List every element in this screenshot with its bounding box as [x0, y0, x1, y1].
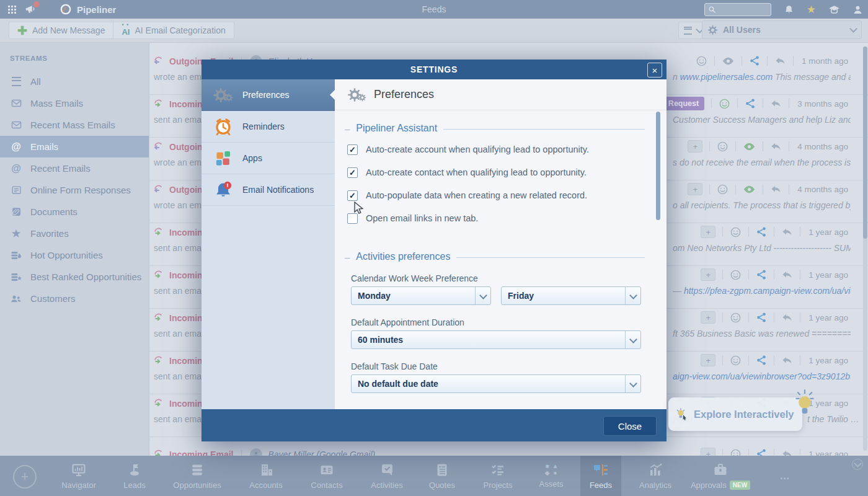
search-input[interactable] — [704, 3, 771, 16]
add-new-message-button[interactable]: ✚ Add New Message — [9, 22, 113, 38]
nav-more[interactable]: … — [756, 456, 815, 496]
work-week-end-select[interactable]: Friday — [501, 286, 641, 305]
tab-preferences[interactable]: Preferences — [202, 79, 335, 111]
sidebar-item-online-form-responses[interactable]: Online Form Responses — [0, 179, 149, 201]
nav-analytics[interactable]: Analytics — [626, 456, 685, 496]
reaction-smiley-icon[interactable] — [719, 98, 730, 110]
share-icon[interactable] — [756, 355, 767, 366]
sidebar-item-emails[interactable]: @Emails — [0, 136, 149, 157]
list-view-icon — [684, 27, 692, 35]
seen-eye-icon[interactable] — [743, 140, 756, 153]
sidebar-item-documents[interactable]: Documents — [0, 201, 149, 223]
reply-icon[interactable] — [781, 269, 793, 281]
sidebar-item-all[interactable]: All — [0, 71, 149, 92]
seen-eye-icon[interactable] — [722, 55, 735, 68]
share-icon[interactable] — [756, 226, 767, 237]
snippet-link[interactable]: www.pipelinersales.com — [680, 72, 773, 82]
sidebar-item-favorites[interactable]: ★Favorites — [0, 223, 149, 244]
nav-contacts[interactable]: Contacts — [297, 456, 356, 496]
chevron-down-icon — [475, 287, 490, 304]
nav-quotes[interactable]: Quotes — [412, 456, 472, 496]
nav-assets[interactable]: ■▲◆●Assets — [521, 456, 581, 496]
explore-interactively-label: Explore Interactively — [694, 409, 794, 420]
notifications-bell-icon[interactable] — [784, 4, 794, 15]
reply-icon[interactable] — [770, 98, 782, 110]
learning-cap-icon[interactable] — [828, 4, 840, 16]
close-button[interactable]: Close — [603, 416, 657, 436]
reaction-smiley-icon[interactable] — [717, 184, 728, 195]
add-reaction-button[interactable]: + — [701, 354, 715, 366]
nav-activities[interactable]: Activities — [357, 456, 417, 496]
checkbox-auto-populate-data[interactable]: ✓ Auto-populate data when creating a new… — [347, 189, 587, 202]
app-logo[interactable]: Pipeliner — [60, 3, 116, 16]
nav-navigator[interactable]: Navigator — [49, 456, 108, 496]
nav-accounts[interactable]: Accounts — [236, 456, 296, 496]
plus-icon: ✚ — [17, 25, 27, 37]
sidebar-item-best-ranked-opportunities[interactable]: Best Ranked Opportunities — [0, 266, 149, 288]
checkbox-auto-create-contact[interactable]: ✓ Auto-create contact when qualifying le… — [347, 166, 587, 179]
task-due-date-select[interactable]: No default due date — [351, 374, 641, 393]
favorites-star-icon[interactable]: ★ — [807, 4, 816, 15]
add-reaction-button[interactable]: + — [688, 140, 702, 153]
modal-scrollbar-thumb[interactable] — [656, 112, 660, 220]
snippet-link[interactable]: aign-view.com/ua/viewinbrowser?od=3z9012… — [673, 371, 851, 381]
add-reaction-button[interactable]: + — [701, 226, 715, 238]
reaction-smiley-icon[interactable] — [730, 355, 742, 366]
sidebar-item-recent-mass-emails[interactable]: Recent Mass Emails — [0, 114, 149, 136]
nav-opportunities[interactable]: Opportunities — [167, 456, 227, 496]
feed-scrollbar-thumb[interactable] — [863, 46, 867, 239]
nav-feeds[interactable]: Feeds — [580, 456, 621, 496]
sidebar-item-mass-emails[interactable]: Mass Emails — [0, 92, 149, 114]
reaction-smiley-icon[interactable] — [730, 269, 742, 281]
share-icon[interactable] — [745, 98, 756, 109]
add-reaction-button[interactable]: + — [701, 268, 715, 281]
incoming-email-icon — [153, 312, 164, 324]
share-icon[interactable] — [756, 269, 767, 280]
collapse-nav-button[interactable] — [852, 459, 863, 470]
close-icon[interactable]: × — [647, 63, 662, 78]
explore-interactively-tooltip[interactable]: Explore Interactively — [668, 397, 802, 431]
checkbox-checked[interactable]: ✓ — [347, 167, 358, 178]
reply-icon[interactable] — [781, 355, 793, 366]
reaction-smiley-icon[interactable] — [730, 226, 742, 238]
add-reaction-button[interactable]: + — [688, 183, 702, 195]
reply-icon[interactable] — [770, 141, 782, 153]
snippet-link[interactable]: https://pfea-zgpm.campaign-view.com/ua/v… — [684, 286, 851, 296]
nav-projects[interactable]: Projects — [468, 456, 528, 496]
seen-eye-icon[interactable] — [743, 183, 756, 196]
ai-email-categorization-button[interactable]: AI AI Email Categorization — [113, 22, 233, 38]
work-week-start-select[interactable]: Monday — [351, 286, 491, 305]
reaction-smiley-icon[interactable] — [696, 55, 707, 67]
checkbox-auto-create-account[interactable]: ✓ Auto-create account when qualifying le… — [347, 143, 589, 156]
tab-reminders[interactable]: Reminders — [202, 111, 335, 143]
reaction-smiley-icon[interactable] — [730, 312, 742, 324]
sidebar-item-customers[interactable]: Customers — [0, 288, 149, 309]
reply-icon[interactable] — [770, 184, 782, 195]
recent-emails-icon: @ — [10, 163, 22, 174]
nav-approvals[interactable]: ApprovalsNEW — [680, 456, 761, 496]
reply-icon[interactable] — [781, 312, 793, 324]
app-grid-icon[interactable] — [8, 6, 16, 14]
checkbox-checked[interactable]: ✓ — [347, 190, 358, 201]
list-icon — [10, 77, 22, 86]
sidebar-item-recent-emails[interactable]: @Recent Emails — [0, 157, 149, 179]
tab-email-notifications[interactable]: Email Notifications — [202, 174, 335, 206]
appointment-duration-select[interactable]: 60 minutes — [351, 330, 641, 349]
checkbox-open-email-links[interactable]: ✓ Open email links in new tab. — [347, 212, 478, 224]
reply-icon[interactable] — [774, 55, 786, 67]
nav-leads[interactable]: Leads — [105, 456, 164, 496]
add-reaction-button[interactable]: + — [701, 311, 715, 324]
all-users-filter[interactable]: All Users — [702, 20, 862, 39]
feed-scrollbar[interactable] — [863, 46, 867, 451]
share-icon[interactable] — [749, 55, 760, 66]
announcements-icon[interactable] — [25, 3, 37, 16]
quick-add-button[interactable]: + — [13, 465, 37, 489]
share-icon[interactable] — [756, 312, 767, 323]
checkbox-checked[interactable]: ✓ — [347, 144, 358, 155]
profile-icon[interactable] — [852, 4, 863, 15]
hot-opportunities-icon — [10, 250, 22, 261]
sidebar-item-hot-opportunities[interactable]: Hot Opportunities — [0, 244, 149, 266]
reply-icon[interactable] — [781, 226, 793, 238]
tab-apps[interactable]: Apps — [202, 143, 335, 174]
reaction-smiley-icon[interactable] — [717, 141, 728, 153]
